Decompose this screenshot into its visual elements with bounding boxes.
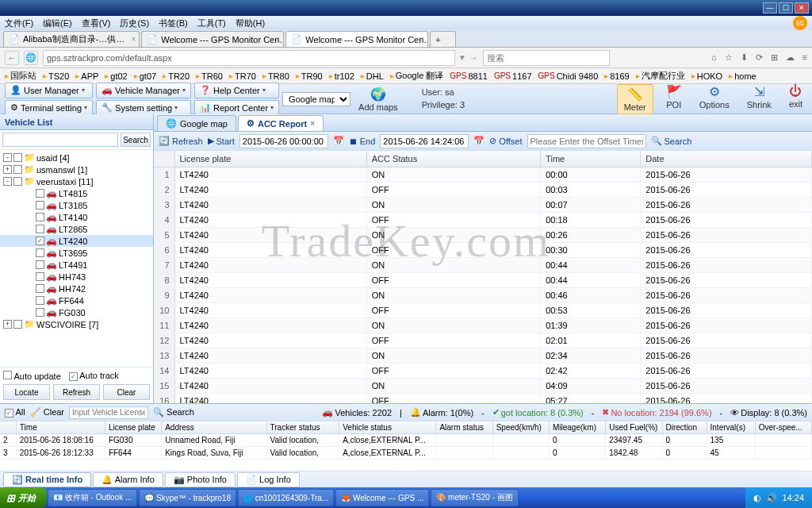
refresh-link[interactable]: 🔄 Refresh [159,136,203,146]
auto-update-checkbox[interactable]: Auto update [3,371,61,381]
offset-input[interactable] [527,134,646,148]
report-center-menu[interactable]: 📊 Report Center ▾ [194,100,279,116]
column-header[interactable]: Used Fuel(%) [606,421,662,434]
bookmark-item[interactable]: ▸TS20 [43,71,69,81]
tree-node[interactable]: 🚗HH743 [0,271,153,283]
bookmark-item[interactable]: ▸8169 [604,71,629,81]
bookmark-item[interactable]: ▸TR60 [196,71,223,81]
poi-button[interactable]: 🚩POI [661,84,687,114]
tree-checkbox[interactable] [36,225,44,233]
table-row[interactable]: 8LT4240OFF00:442015-06-26 [154,272,812,287]
panel-tab[interactable]: ⚙ ACC Report × [238,115,324,131]
history-icon[interactable]: ⟳ [756,52,763,63]
table-row[interactable]: 11LT4240ON01:392015-06-26 [154,318,812,333]
panel-tab[interactable]: 🌐 Google map [157,115,236,131]
tree-checkbox[interactable] [13,177,22,186]
vehicle-license-input[interactable] [69,406,148,419]
table-row[interactable]: 3LT4240ON00:072015-06-26 [154,197,812,212]
column-header[interactable]: Alarm status [436,421,492,434]
column-header[interactable]: Direction [662,421,707,434]
column-header[interactable]: Speed(km/h) [492,421,549,434]
table-row[interactable]: 5LT4240ON00:262015-06-26 [154,227,812,242]
tree-checkbox[interactable] [36,248,44,257]
table-row[interactable]: 15LT4240ON04:092015-06-26 [154,378,812,393]
table-row[interactable]: 9LT4240ON00:462015-06-26 [154,287,812,302]
bp-clear-button[interactable]: 🧹 Clear [30,407,64,418]
column-header[interactable]: Address [162,421,266,434]
tree-node[interactable]: 🚗FG030 [0,306,153,318]
tree-checkbox[interactable] [36,296,44,305]
table-row[interactable]: 32015-06-26 18:12:33FF644Kings Road, Suv… [0,447,812,460]
tree-toggle-icon[interactable]: - [3,177,12,186]
help-center-menu[interactable]: ❓ Help Center ▾ [194,83,279,98]
home-icon[interactable]: ⌂ [711,52,717,63]
info-tab[interactable]: 📷 Photo Info [165,472,236,487]
bookmark-item[interactable]: GPS8811 [450,71,488,81]
taskbar-item[interactable]: 🎨 meter-TS20 - 画图 [431,489,518,506]
table-row[interactable]: 1LT4240ON00:002015-06-26 [154,167,812,182]
tree-checkbox[interactable] [36,189,44,198]
menu-item[interactable]: 历史(S) [120,17,149,29]
column-header[interactable]: License plate [174,151,366,167]
tray-icon[interactable]: ◐ [753,493,761,503]
bookmark-item[interactable]: ▸gt02 [105,71,127,81]
add-maps-button[interactable]: 🌍Add maps [354,87,403,112]
tree-checkbox[interactable] [13,165,22,174]
exit-button[interactable]: ⏻exit [784,84,807,114]
tree-checkbox[interactable] [36,213,44,221]
sync-icon[interactable]: ☁ [786,52,795,63]
column-header[interactable]: Interval(s) [707,421,755,434]
table-row[interactable]: 14LT4240OFF02:422015-06-26 [154,363,812,378]
tree-checkbox[interactable] [36,272,44,281]
bookmark-item[interactable]: ▸汽摩配行业 [636,70,685,82]
star-icon[interactable]: ☆ [725,52,733,63]
browser-tab[interactable]: 📄Welcome --- GPS Monitor Cen…× [285,31,428,47]
table-row[interactable]: 10LT4240OFF00:532015-06-26 [154,302,812,318]
taskbar-item[interactable]: 🌐 cn1001264309-Tra... [238,489,334,506]
tree-checkbox[interactable]: ✓ [36,237,44,245]
menu-item[interactable]: 查看(V) [82,17,111,29]
tab-close-icon[interactable]: × [310,119,315,128]
tree-node[interactable]: 🚗LT4815 [0,187,153,199]
tree-checkbox[interactable] [36,260,44,269]
tree-node[interactable]: -📁usaid [4] [0,152,153,164]
menu-item[interactable]: 工具(T) [197,17,226,29]
tree-node[interactable]: 🚗LT3185 [0,199,153,211]
column-header[interactable]: Date [641,151,812,167]
column-header[interactable]: Time [16,421,105,434]
dropdown-icon[interactable]: ▾ [460,52,465,63]
vehicle-tree[interactable]: -📁usaid [4]+📁usmanswl [1]-📁veerustaxi [1… [0,150,153,367]
bookmark-item[interactable]: ▸home [729,71,756,81]
locate-button[interactable]: Locate [3,384,50,400]
end-calendar-icon[interactable]: 📅 [473,136,485,146]
tab-close-icon[interactable]: × [420,35,425,44]
table-row[interactable]: 22015-06-26 18:08:16FG030Unnamed Road, F… [0,434,812,447]
start-datetime-input[interactable] [239,134,328,148]
acc-report-grid[interactable]: License plateACC StatusTimeDate1LT4240ON… [154,151,812,403]
tree-node[interactable]: ✓🚗LT4240 [0,235,153,247]
table-row[interactable]: 13LT4240ON02:342015-06-26 [154,348,812,363]
menu-item[interactable]: 编辑(E) [43,17,72,29]
tree-node[interactable]: 🚗LT4491 [0,259,153,271]
menu-item[interactable]: 文件(F) [5,17,33,29]
table-row[interactable]: 12LT4240OFF02:012015-06-26 [154,333,812,348]
column-header[interactable]: Vehicle status [339,421,436,434]
options-button[interactable]: ⚙Options [695,84,734,114]
column-header[interactable]: Over-spee... [755,421,811,434]
system-tray[interactable]: ◐ 🔊 14:24 [745,487,812,508]
tray-icon[interactable]: 🔊 [766,493,777,503]
table-row[interactable]: 16LT4240OFF05:272015-06-26 [154,393,812,403]
bookmark-item[interactable]: ▸tr102 [329,71,354,81]
user-manager-menu[interactable]: 👤 User Manager ▾ [5,83,93,98]
bookmark-item[interactable]: ▸TR20 [163,71,190,81]
bookmark-item[interactable]: ▸HOKO [691,71,722,81]
download-icon[interactable]: ⬇ [741,52,748,63]
tree-node[interactable]: 🚗LT3695 [0,247,153,259]
bookmark-item[interactable]: GPSChidi 9480 [538,71,599,81]
tree-node[interactable]: 🚗FF644 [0,294,153,306]
column-header[interactable]: License plate [105,421,161,434]
tree-toggle-icon[interactable]: - [3,153,12,162]
tree-checkbox[interactable] [36,308,44,317]
bookmark-item[interactable]: ▸国际站 [5,70,36,82]
tree-checkbox[interactable] [36,201,44,210]
